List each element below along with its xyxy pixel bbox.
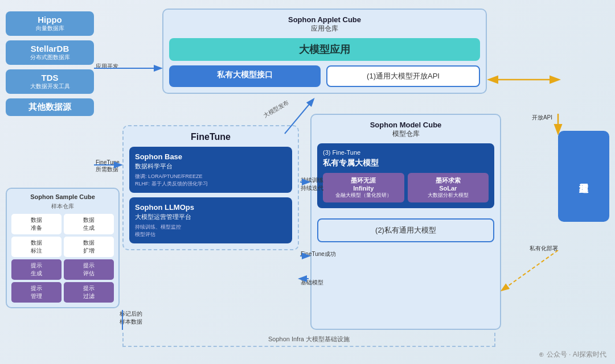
model-cube-title: Sophon Model Cube (317, 121, 494, 129)
model-sub-grid: 墨环无涯Infinity 金融大模型（量化投研） 墨环求索SoLar 大数据分析… (323, 173, 489, 202)
label-model-release: 大模型发布 (262, 98, 290, 119)
finetune-panel: FineTune Sophon Base 数据科学平台 微调: LORA/PTU… (122, 125, 299, 250)
fine-tune-box-title: 私有专属大模型 (323, 158, 489, 168)
label-app-dev: 应用开发 (96, 63, 118, 71)
private-general: (2)私有通用大模型 (317, 218, 494, 242)
wechat-watermark: ⊕ 公众号 · AI探索时代 (539, 350, 606, 359)
infinity-name: 墨环无涯Infinity (326, 176, 401, 192)
sophon-llmops-desc2: 模型评估 (135, 231, 286, 238)
others-box: 其他数据源 (6, 98, 94, 116)
private-interface: 私有大模型接口 (169, 65, 321, 87)
sophon-base: Sophon Base 数据科学平台 微调: LORA/PTUNE/FREEZE… (129, 147, 292, 193)
left-panel: Hippo 向量数据库 StellarDB 分布式图数据库 TDS 大数据开发工… (6, 11, 94, 121)
fine-tune-label: (3) Fine-Tune (323, 149, 489, 156)
sample-cell-1: 数据准备 (11, 214, 62, 234)
sample-cube: Sophon Sample Cube 样本仓库 数据准备 数据生成 数据标注 数… (6, 188, 120, 308)
sample-cell-5: 提示生成 (11, 259, 62, 280)
infra-bar: Sophon Infra 大模型基础设施 (122, 333, 495, 347)
infinity-sub: 金融大模型（量化投研） (326, 192, 401, 199)
universal-model: 通用大模型 (558, 131, 609, 222)
open-api-label: (1)通用大模型开放API (326, 65, 480, 87)
sample-cell-8: 提示过滤 (64, 282, 114, 303)
tds-title: TDS (11, 73, 88, 82)
model-cell-infinity: 墨环无涯Infinity 金融大模型（量化投研） (323, 173, 404, 202)
sophon-base-title: Sophon Base (135, 152, 286, 161)
hippo-subtitle: 向量数据库 (11, 24, 88, 32)
others-title: 其他数据源 (11, 102, 88, 113)
stellardb-title: StellarDB (11, 44, 88, 53)
stellardb-box: StellarDB 分布式图数据库 (6, 40, 94, 65)
stellardb-subtitle: 分布式图数据库 (11, 53, 88, 61)
sample-cell-2: 数据生成 (64, 214, 114, 234)
sophon-llmops-desc1: 持续训练、模型监控 (135, 224, 286, 231)
applet-cube: Sophon Applet Cube 应用仓库 大模型应用 私有大模型接口 (1… (162, 9, 487, 94)
finetune-title: FineTune (129, 132, 292, 142)
sophon-llmops-title: Sophon LLMOps (135, 203, 286, 212)
sample-cube-title: Sophon Sample Cube (11, 193, 114, 200)
model-cube-subtitle: 模型仓库 (317, 129, 494, 139)
sample-cube-subtitle: 样本仓库 (11, 202, 114, 210)
model-cell-solar: 墨环求索SoLar 大数据分析大模型 (408, 173, 489, 202)
sample-cell-3: 数据标注 (11, 237, 62, 257)
wechat-icon: ⊕ (539, 350, 546, 358)
sophon-llmops: Sophon LLMOps 大模型运营管理平台 持续训练、模型监控 模型评估 (129, 197, 292, 243)
solar-name: 墨环求索SoLar (411, 176, 486, 192)
sophon-base-desc1: 微调: LORA/PTUNE/FREEZE (135, 173, 286, 180)
sample-cell-7: 提示管理 (11, 282, 62, 303)
tds-subtitle: 大数据开发工具 (11, 82, 88, 90)
applet-cube-subtitle: 应用仓库 (169, 24, 480, 34)
solar-sub: 大数据分析大模型 (411, 192, 486, 199)
applet-cube-title: Sophon Applet Cube (169, 15, 480, 24)
tds-box: TDS 大数据开发工具 (6, 69, 94, 94)
label-open-api: 开放API (532, 114, 552, 122)
sample-cell-6: 提示评估 (64, 259, 114, 280)
label-finetune-data: FineTune所需数据 (96, 159, 120, 173)
sophon-llmops-subtitle: 大模型运营管理平台 (135, 213, 286, 221)
wechat-text: 公众号 · AI探索时代 (547, 350, 606, 358)
sample-cell-4: 数据扩增 (64, 237, 114, 257)
label-sample: 标记后的样本数据 (120, 310, 142, 326)
label-continuous-train: 持续训练持续迭代 (301, 176, 323, 192)
label-base-model: 基础模型 (301, 279, 323, 287)
svg-line-9 (502, 250, 558, 290)
sample-grid: 数据准备 数据生成 数据标注 数据扩增 提示生成 提示评估 提示管理 提示过滤 (11, 214, 114, 303)
applet-bottom: 私有大模型接口 (1)通用大模型开放API (169, 65, 480, 87)
label-finetune-success: FineTune成功 (301, 250, 336, 258)
app-box: 大模型应用 (169, 38, 480, 61)
hippo-box: Hippo 向量数据库 (6, 11, 94, 36)
diagram-container: Hippo 向量数据库 StellarDB 分布式图数据库 TDS 大数据开发工… (0, 0, 615, 364)
fine-tune-box: (3) Fine-Tune 私有专属大模型 墨环无涯Infinity 金融大模型… (317, 143, 494, 208)
sophon-base-desc2: RLHF: 基于人类反馈的强化学习 (135, 180, 286, 188)
infra-label: Sophon Infra 大模型基础设施 (268, 336, 350, 342)
hippo-title: Hippo (11, 15, 88, 24)
sophon-base-subtitle: 数据科学平台 (135, 162, 286, 171)
label-private-deploy: 私有化部署 (530, 245, 558, 253)
model-cube: Sophon Model Cube 模型仓库 (3) Fine-Tune 私有专… (310, 114, 501, 330)
